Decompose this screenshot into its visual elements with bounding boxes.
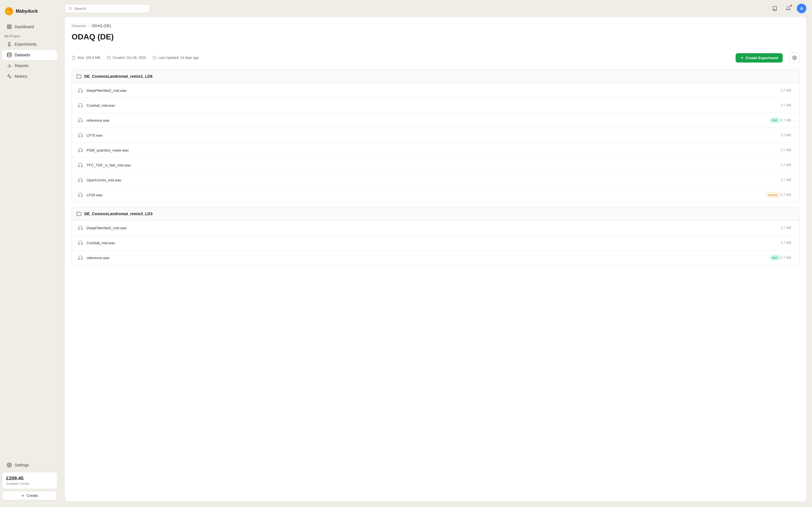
file-row[interactable]: OpenUnmix_mid.wav 3.7 MB ›: [72, 173, 799, 187]
svg-rect-16: [107, 56, 110, 59]
file-row[interactable]: TFC_TDF_U_Net_mid.wav 3.7 MB ›: [72, 158, 799, 173]
file-name: OpenUnmix_mid.wav: [87, 178, 780, 182]
audio-icon: [77, 224, 84, 232]
folder-name: DE_CosmosLandromat_remix1_LD6: [84, 74, 153, 78]
svg-point-3: [9, 12, 12, 13]
file-row[interactable]: Cocktail_mid.wav 3.7 MB ›: [72, 98, 799, 113]
sidebar-item-experiments[interactable]: Experiments: [2, 39, 57, 49]
credits-button-label: Credits: [27, 494, 38, 498]
app-logo[interactable]: Mabyduck: [0, 4, 59, 21]
file-row[interactable]: Cocktail_mid.wav 3.7 MB ›: [72, 235, 799, 250]
sidebar-item-reports[interactable]: Reports: [2, 61, 57, 71]
file-size: 3.7 MB: [780, 241, 791, 245]
notifications-button[interactable]: [783, 3, 794, 13]
chevron-right-icon: ›: [794, 178, 795, 182]
audio-icon: [77, 176, 84, 184]
content-card: Datasets / ODAQ (DE) ODAQ (DE) Size: 326…: [65, 17, 806, 501]
file-row[interactable]: LP35.wav Anchor 3.7 MB ›: [72, 187, 799, 202]
sidebar-label-reports: Reports: [15, 63, 29, 68]
file-name: PSM_quantize_mask.wav: [87, 148, 780, 152]
audio-icon: [77, 254, 84, 262]
headphones-icon: [78, 103, 83, 108]
tag-ref: Ref.: [770, 255, 780, 260]
file-size: 3.7 MB: [780, 118, 791, 122]
folder-icon: [77, 211, 82, 216]
sidebar-bottom: Settings £209.45 Available Credits Credi…: [0, 458, 59, 503]
dataset-settings-button[interactable]: [790, 53, 800, 63]
file-row[interactable]: DeepFilterNet2_mid.wav 3.7 MB ›: [72, 83, 799, 98]
reports-icon: [7, 63, 12, 68]
breadcrumb-current: ODAQ (DE): [92, 24, 111, 28]
experiments-icon: [7, 42, 12, 47]
svg-point-10: [7, 53, 11, 54]
headphones-icon: [78, 148, 83, 153]
search-bar[interactable]: [65, 4, 149, 13]
avatar[interactable]: A: [797, 4, 806, 13]
svg-point-11: [9, 464, 10, 466]
tag-anchor: Anchor: [765, 192, 780, 198]
folder-header-0[interactable]: DE_CosmosLandromat_remix1_LD6: [72, 70, 799, 83]
svg-point-4: [10, 10, 11, 10]
content-area: Datasets / ODAQ (DE) ODAQ (DE) Size: 326…: [59, 17, 812, 507]
file-row[interactable]: DeepFilterNet2_mid.wav 3.7 MB ›: [72, 221, 799, 235]
audio-icon: [77, 191, 84, 199]
sidebar-label-datasets: Datasets: [15, 53, 30, 57]
settings-icon: [7, 462, 12, 467]
file-name: LP70.wav: [87, 133, 780, 137]
sidebar-section: My Project: [0, 32, 59, 39]
file-name: DeepFilterNet2_mid.wav: [87, 226, 780, 230]
tag-ref: Ref.: [770, 118, 780, 123]
file-row[interactable]: LP70.wav 3.7 MB ›: [72, 128, 799, 143]
file-size: 3.7 MB: [780, 103, 791, 107]
credits-label: Available Credits: [6, 482, 53, 485]
sidebar: Mabyduck Dashboard My Project Experiment…: [0, 0, 59, 507]
file-size: 3.7 MB: [780, 148, 791, 152]
book-button[interactable]: [770, 3, 780, 13]
svg-rect-5: [7, 25, 9, 26]
svg-point-14: [69, 7, 71, 10]
main-content: A Datasets / ODAQ (DE) ODAQ (DE) Si: [59, 0, 812, 507]
headphones-icon: [78, 163, 83, 168]
file-name: TFC_TDF_U_Net_mid.wav: [87, 163, 780, 167]
headphones-icon: [78, 225, 83, 230]
sidebar-label-experiments: Experiments: [15, 42, 37, 47]
search-icon: [68, 6, 72, 10]
file-row[interactable]: reference.wav Ref. 3.7 MB ›: [72, 113, 799, 128]
book-icon: [772, 6, 777, 11]
title-row: ODAQ (DE): [71, 33, 800, 46]
audio-icon: [77, 116, 84, 124]
dashboard-icon: [7, 24, 12, 29]
datasets-icon: [7, 52, 12, 57]
gear-icon: [792, 55, 797, 60]
svg-rect-8: [7, 27, 9, 29]
folder-header-1[interactable]: DE_CosmosLandromat_remix3_LD3: [72, 207, 799, 221]
sidebar-item-datasets[interactable]: Datasets: [2, 50, 57, 60]
sidebar-item-metrics[interactable]: Metrics: [2, 71, 57, 81]
meta-created: Created: Oct 28, 2024: [107, 56, 146, 60]
file-size: 3.7 MB: [780, 178, 791, 182]
sidebar-item-dashboard[interactable]: Dashboard: [2, 22, 57, 32]
chevron-right-icon: ›: [794, 226, 795, 230]
create-experiment-button[interactable]: Create Experiment: [735, 53, 783, 62]
audio-icon: [77, 101, 84, 109]
headphones-icon: [78, 192, 83, 198]
meta-row: Size: 326.8 MB Created: Oct 28, 2024 Las…: [71, 53, 800, 63]
file-row[interactable]: reference.wav Ref. 3.7 MB ›: [72, 250, 799, 265]
file-row[interactable]: PSM_quantize_mask.wav 3.7 MB ›: [72, 143, 799, 158]
meta-size: Size: 326.8 MB: [71, 56, 100, 60]
metrics-icon: [7, 74, 12, 79]
breadcrumb-parent[interactable]: Datasets: [71, 24, 86, 28]
topbar: A: [59, 0, 812, 17]
search-input[interactable]: [74, 6, 146, 11]
credits-button[interactable]: Credits: [2, 491, 57, 500]
plus-icon: [21, 494, 25, 498]
chevron-right-icon: ›: [794, 148, 795, 152]
chevron-right-icon: ›: [794, 163, 795, 167]
sidebar-item-settings[interactable]: Settings: [2, 460, 57, 470]
file-size: 3.7 MB: [780, 89, 791, 93]
file-size: 3.7 MB: [780, 256, 791, 260]
chevron-right-icon: ›: [794, 256, 795, 260]
file-name: reference.wav: [87, 256, 767, 260]
chevron-right-icon: ›: [794, 103, 795, 108]
headphones-icon: [78, 133, 83, 138]
